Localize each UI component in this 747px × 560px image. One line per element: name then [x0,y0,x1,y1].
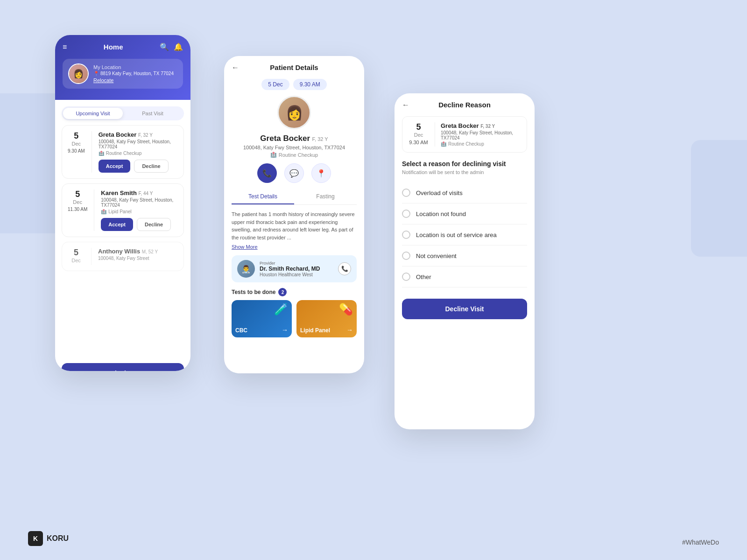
select-reason-sub: Notification will be sent to the admin [402,169,527,175]
reason-text-overload: Overload of visits [416,189,463,196]
tab-test-details[interactable]: Test Details [232,189,294,204]
visit-1-type: 🏥 Routine Checkup [99,151,178,156]
decline-patient-name: Greta Bocker F, 32 Y [441,122,521,129]
clock-in-button[interactable]: Clock In [62,363,184,371]
visit-2-time: 11.30 AM [68,207,87,212]
brand-name: KORU [47,534,69,543]
tab-fasting[interactable]: Fasting [294,189,357,204]
brand-icon: K [28,531,43,546]
test-lipid-label: Lipid Panel [300,327,346,334]
patient-meta: F, 32 Y [312,136,328,142]
decline-visit-button[interactable]: Decline Visit [402,299,527,319]
decline-btn-1[interactable]: Decline [134,160,168,173]
reason-radio-other [402,273,410,281]
decline-reason-title: Decline Reason [438,101,491,109]
tests-title: Tests to be done [232,289,275,295]
test-cbc-emoji: 🧪 [274,303,288,316]
visit-card-3: 5 Dec Anthony Willis M, 52 Y 100048, Kat… [62,242,184,271]
time-pill: 9.30 AM [293,79,327,90]
visit-card-2: 5 Dec 11.30 AM Karen Smith F, 44 Y 10004… [62,183,184,237]
provider-label: Provider [260,261,333,266]
patient-detail-text: The patient has 1 month history of incre… [232,210,357,241]
decline-patient-address: 100048, Katy Fwy Street, Houston, TX7702… [441,130,521,140]
patient-details-title: Patient Details [270,63,318,71]
provider-avatar: 👨‍⚕️ [237,260,255,278]
test-card-lipid[interactable]: Lipid Panel → 💊 [296,300,357,337]
tab-past-visit[interactable]: Past Visit [123,108,183,119]
patient-type: 🏥 Routine Checkup [224,152,364,158]
reason-text-convenient: Not convenient [416,252,457,259]
visit-3-day: 5 [68,248,85,258]
visit-3-address: 100048, Katy Fwy Street [98,256,178,261]
visit-1-day: 5 [68,131,85,141]
reason-overload[interactable]: Overload of visits [402,182,527,203]
visit-2-day: 5 [68,189,87,199]
visit-3-name: Anthony Willis M, 52 Y [98,248,178,255]
notification-icon[interactable]: 🔔 [174,42,183,51]
show-more-link[interactable]: Show More [232,244,357,250]
my-location-label: My Location [93,64,177,70]
test-cbc-label: CBC [235,327,282,334]
reason-text-location: Location not found [416,210,466,217]
decline-time: 9.30 AM [408,140,429,145]
provider-hospital: Houston Healthcare West [260,272,333,277]
decline-patient-type: 🏥 Routine Checkup [441,141,521,147]
decline-btn-2[interactable]: Decline [137,218,171,231]
relocate-link[interactable]: Relocate [93,77,177,83]
home-title: Home [104,43,123,51]
patient-address: 100048, Katy Fwy Street, Houston, TX7702… [224,145,364,150]
message-patient-button[interactable]: 💬 [284,163,304,183]
select-reason-label: Select a reason for declining visit [402,160,527,168]
search-icon[interactable]: 🔍 [160,42,169,51]
reason-text-other: Other [416,273,431,280]
visit-1-time: 9.30 AM [68,148,85,154]
phone-patient-details: ← Patient Details 5 Dec 9.30 AM 👩 Greta … [224,56,364,373]
tab-upcoming-visit[interactable]: Upcoming Visit [63,108,123,119]
reason-other[interactable]: Other [402,266,527,287]
back-button-3[interactable]: ← [402,101,409,109]
location-patient-button[interactable]: 📍 [311,163,331,183]
test-cbc-arrow: → [282,326,288,334]
accept-btn-1[interactable]: Accept [99,160,131,173]
reason-not-convenient[interactable]: Not convenient [402,245,527,266]
decline-month: Dec [408,132,429,138]
reason-radio-location [402,210,410,218]
phone-decline-reason: ← Decline Reason 5 Dec 9.30 AM Greta Boc… [395,93,535,429]
tests-count: 2 [278,288,287,296]
visit-1-name: Greta Bocker F, 32 Y [99,131,178,138]
visit-2-name: Karen Smith F, 44 Y [101,189,178,196]
decline-appointment-card: 5 Dec 9.30 AM Greta Bocker F, 32 Y 10004… [402,116,527,153]
visit-3-month: Dec [68,258,85,263]
provider-card: 👨‍⚕️ Provider Dr. Smith Rechard, MD Hous… [232,255,357,282]
date-pill: 5 Dec [261,79,289,90]
visit-card-1: 5 Dec 9.30 AM Greta Bocker F, 32 Y 10004… [62,125,184,179]
reason-out-of-service[interactable]: Location is out of service area [402,224,527,245]
test-lipid-emoji: 💊 [339,303,353,316]
location-address: 📍 8819 Katy Fwy, Houston, TX 77024 [93,71,177,76]
back-button-2[interactable]: ← [232,63,239,72]
menu-icon[interactable]: ≡ [63,43,67,51]
test-card-cbc[interactable]: CBC → 🧪 [232,300,292,337]
reason-radio-overload [402,189,410,197]
test-lipid-arrow: → [346,326,353,334]
visit-1-month: Dec [68,141,85,147]
patient-name: Greta Bocker [260,134,310,143]
reason-radio-service [402,231,410,239]
provider-call-button[interactable]: 📞 [338,262,351,275]
accept-btn-2[interactable]: Accept [101,218,133,231]
visit-2-address: 100048, Katy Fwy Street, Houston, TX7702… [101,197,178,208]
visit-1-address: 100048, Katy Fwy Street, Houston, TX7702… [99,139,178,149]
reason-text-service: Location is out of service area [416,231,497,238]
reason-location-not-found[interactable]: Location not found [402,203,527,224]
footer-hashtag: #WhatWeDo [682,539,719,546]
call-patient-button[interactable]: 📞 [257,163,277,183]
visit-2-month: Dec [68,199,87,205]
decline-day: 5 [408,122,429,132]
patient-avatar: 👩 [277,96,311,129]
footer-brand: K KORU [28,531,69,546]
bg-decoration-right [691,140,747,257]
phone-home: ≡ Home 🔍 🔔 👩 My Location 📍 8819 Katy Fwy… [55,35,190,371]
visit-2-type: 🏥 Lipid Panel [101,209,178,214]
reason-radio-convenient [402,252,410,260]
provider-name: Dr. Smith Rechard, MD [260,266,333,272]
